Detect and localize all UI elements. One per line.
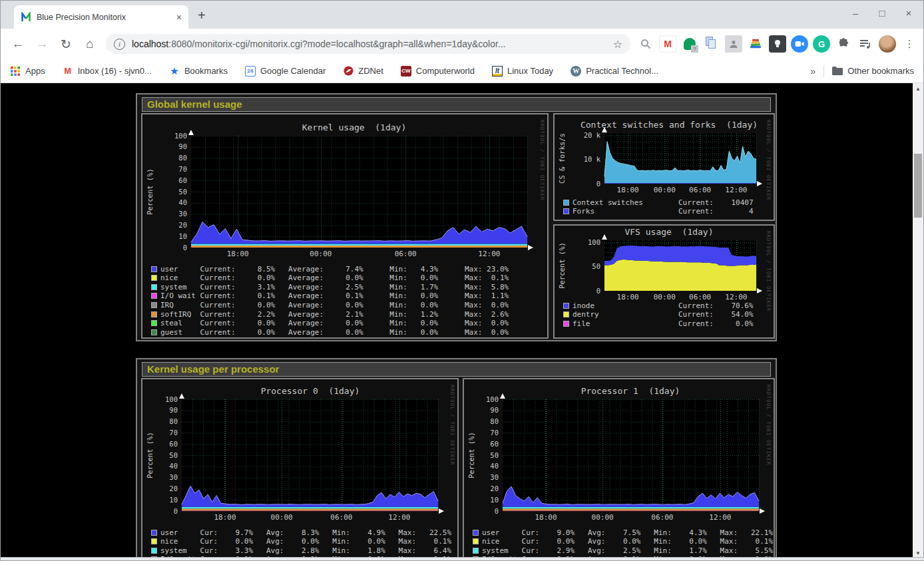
keep-lightbulb-extension-icon[interactable] (769, 35, 786, 53)
svg-text:20: 20 (169, 484, 178, 492)
legend-swatch (151, 311, 157, 317)
browser-menu-icon[interactable]: ⋮ (901, 35, 918, 53)
forward-button[interactable]: → (31, 33, 53, 55)
legend-row-user: user Current: 8.5% Average: 7.4% Min: 4.… (151, 265, 509, 273)
voice-extension-icon[interactable]: ? (681, 35, 698, 53)
svg-text:90: 90 (178, 142, 187, 150)
minimize-button[interactable]: – (850, 7, 861, 19)
legend-text: nice Current: 0.0% Average: 0.0% Min: 0.… (160, 274, 509, 282)
browser-tab[interactable]: Blue Precision Monitorix × (14, 5, 188, 29)
legend-swatch (151, 302, 157, 308)
bookmark-zdnet[interactable]: ZDNet (343, 66, 383, 77)
bookmark-bookmarks[interactable]: ★ Bookmarks (169, 66, 228, 77)
svg-text:60: 60 (178, 176, 187, 184)
close-button[interactable]: × (903, 7, 914, 19)
url-path: :8080/monitorix-cgi/monitorix.cgi?mode=l… (168, 39, 505, 49)
legend-text: IRQ Current: 0.0% Average: 0.0% Min: 0.0… (160, 301, 509, 309)
svg-text:50: 50 (169, 451, 178, 459)
svg-text:30: 30 (490, 473, 499, 481)
gmail-extension-icon[interactable]: M (659, 35, 676, 53)
bookmark-practical-technology[interactable]: W Practical Technol... (571, 66, 658, 77)
apps-grid-icon (10, 66, 21, 77)
graph-panel-processor0[interactable]: Processor 0 (1day)0102030405060708090100… (141, 378, 459, 558)
section-header: Kernel usage per processor (142, 362, 771, 377)
svg-text:0: 0 (596, 287, 600, 295)
copy-pages-extension-icon[interactable] (703, 35, 720, 53)
reload-button[interactable]: ↻ (55, 33, 77, 55)
svg-text:18:00: 18:00 (617, 186, 639, 194)
tab-close-icon[interactable]: × (176, 12, 182, 23)
bookmark-inbox[interactable]: M Inbox (16) - sjvn0... (63, 66, 152, 77)
legend-row-irq: IRQ Current: 0.0% Average: 0.0% Min: 0.0… (151, 301, 509, 309)
svg-text:50: 50 (592, 262, 600, 270)
zdnet-icon (343, 66, 353, 77)
svg-text:60: 60 (169, 440, 178, 448)
svg-text:0: 0 (174, 507, 178, 515)
bookmark-star-icon[interactable]: ☆ (613, 38, 622, 51)
maximize-button[interactable]: □ (877, 7, 887, 19)
bookmark-linux-today[interactable]: lt Linux Today (492, 66, 553, 77)
legend-swatch (151, 266, 157, 272)
svg-text:Percent (%): Percent (%) (146, 432, 154, 478)
search-extension-icon[interactable] (637, 35, 654, 53)
books-extension-icon[interactable] (747, 35, 764, 53)
legend-row-nice: nice Cur: 0.0% Avg: 0.0% Min: 0.0% Max: … (473, 538, 773, 546)
scrollbar-up-arrow[interactable]: ▲ (913, 83, 923, 94)
legend-text: inode Current: 70.6% (573, 301, 754, 310)
svg-text:RRDTOOL / TOBI OETIKER: RRDTOOL / TOBI OETIKER (449, 385, 455, 465)
other-bookmarks-button[interactable]: Other bookmarks (832, 66, 914, 77)
legend-swatch (563, 200, 569, 206)
bookmark-label: Linux Today (507, 66, 553, 76)
svg-text:06:00: 06:00 (395, 250, 417, 258)
back-button[interactable]: ← (7, 33, 29, 55)
svg-text:100: 100 (486, 395, 499, 403)
svg-text:00:00: 00:00 (654, 293, 676, 301)
scrollbar-thumb[interactable] (914, 154, 922, 218)
page-scrollbar[interactable]: ▲ ▼ (913, 83, 923, 558)
bookmark-apps[interactable]: Apps (10, 66, 45, 77)
home-button[interactable]: ⌂ (79, 33, 101, 55)
legend-text: nice Cur: 0.0% Avg: 0.0% Min: 0.0% Max: … (482, 537, 773, 546)
svg-text:18:00: 18:00 (227, 250, 249, 258)
svg-text:12:00: 12:00 (725, 293, 747, 301)
svg-text:0: 0 (596, 180, 600, 188)
gmail-icon: M (63, 66, 73, 77)
zoom-extension-icon[interactable] (791, 35, 808, 53)
legend-row-user: user Cur: 9.0% Avg: 7.5% Min: 4.3% Max: … (473, 528, 773, 536)
other-bookmarks-label: Other bookmarks (847, 66, 914, 76)
svg-text:Kernel usage (1day): Kernel usage (1day) (302, 122, 407, 132)
bookmark-label: Bookmarks (184, 66, 228, 76)
legend-text: Context switches Current: 10407 (573, 198, 754, 207)
graph-panel-kernel[interactable]: Kernel usage (1day)010203040506070809010… (141, 113, 549, 339)
svg-text:0: 0 (495, 507, 499, 515)
bookmark-computerworld[interactable]: CW Computerworld (401, 66, 475, 77)
bookmark-label: ZDNet (358, 66, 383, 76)
legend-swatch (473, 548, 479, 554)
new-tab-button[interactable]: + (198, 9, 206, 22)
bookmarks-overflow-chevron[interactable]: » (810, 65, 815, 77)
person-extension-icon[interactable] (725, 35, 742, 53)
legend-swatch (151, 530, 157, 536)
svg-text:90: 90 (490, 406, 499, 414)
tab-strip: Blue Precision Monitorix × + – □ × (1, 1, 923, 29)
browser-window: Blue Precision Monitorix × + – □ × ← → ↻… (0, 0, 924, 561)
legend-swatch (151, 320, 157, 326)
svg-text:06:00: 06:00 (689, 186, 711, 194)
profile-avatar[interactable] (879, 35, 896, 53)
address-bar[interactable]: i localhost:8080/monitorix-cgi/monitorix… (106, 34, 630, 54)
graph-panel-vfs[interactable]: VFS usage (1day)05010018:0000:0006:0012:… (553, 224, 775, 339)
extensions-puzzle-icon[interactable] (835, 35, 852, 53)
bookmark-google-calendar[interactable]: 28 Google Calendar (245, 66, 326, 77)
grammarly-extension-icon[interactable]: G (813, 35, 830, 53)
svg-text:06:00: 06:00 (330, 513, 352, 522)
graph-panel-context-switches[interactable]: Context switches and forks (1day)010 k20… (553, 113, 775, 221)
svg-text:80: 80 (490, 417, 499, 425)
graph-panel-processor1[interactable]: Processor 1 (1day)0102030405060708090100… (463, 378, 775, 558)
bookmark-label: Apps (25, 66, 45, 76)
playlist-extension-icon[interactable] (857, 35, 874, 53)
linux-today-icon: lt (492, 66, 503, 77)
legend-row-inode: inode Current: 70.6% (563, 301, 754, 309)
url-text[interactable]: localhost:8080/monitorix-cgi/monitorix.c… (132, 39, 608, 49)
page-info-icon[interactable]: i (114, 39, 125, 50)
legend-text: system Current: 3.1% Average: 2.5% Min: … (160, 283, 509, 291)
